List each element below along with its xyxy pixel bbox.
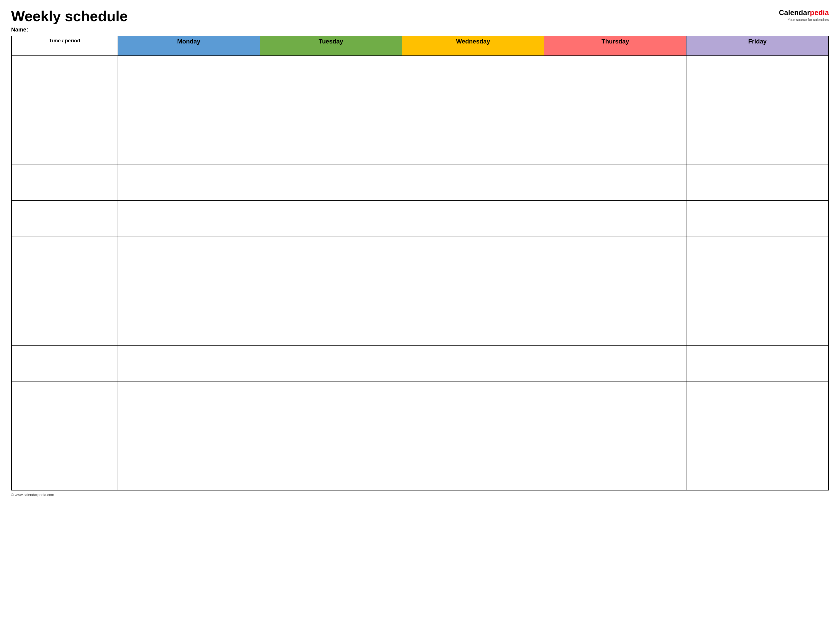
table-row	[11, 92, 829, 128]
day-cell[interactable]	[687, 418, 829, 454]
day-cell[interactable]	[402, 92, 544, 128]
day-cell[interactable]	[402, 164, 544, 200]
day-cell[interactable]	[402, 345, 544, 382]
day-cell[interactable]	[687, 273, 829, 309]
day-cell[interactable]	[402, 454, 544, 490]
day-cell[interactable]	[260, 92, 402, 128]
day-cell[interactable]	[544, 382, 687, 418]
day-cell[interactable]	[260, 418, 402, 454]
day-cell[interactable]	[687, 92, 829, 128]
day-cell[interactable]	[118, 309, 260, 345]
footer: © www.calendarpedia.com	[11, 493, 829, 497]
day-cell[interactable]	[687, 200, 829, 237]
day-cell[interactable]	[260, 273, 402, 309]
time-cell[interactable]	[11, 273, 118, 309]
day-cell[interactable]	[118, 200, 260, 237]
table-row	[11, 55, 829, 92]
day-cell[interactable]	[402, 200, 544, 237]
name-label: Name:	[11, 27, 128, 33]
day-cell[interactable]	[402, 55, 544, 92]
day-cell[interactable]	[687, 382, 829, 418]
table-row	[11, 382, 829, 418]
time-cell[interactable]	[11, 345, 118, 382]
schedule-table: Time / period Monday Tuesday Wednesday T…	[11, 36, 829, 490]
page-title: Weekly schedule	[11, 8, 128, 24]
day-cell[interactable]	[687, 309, 829, 345]
day-cell[interactable]	[260, 382, 402, 418]
time-cell[interactable]	[11, 164, 118, 200]
day-cell[interactable]	[260, 345, 402, 382]
day-cell[interactable]	[544, 92, 687, 128]
logo-area: Calendarpedia Your source for calendars	[779, 8, 829, 22]
day-cell[interactable]	[544, 309, 687, 345]
day-cell[interactable]	[402, 237, 544, 273]
table-row	[11, 309, 829, 345]
col-header-monday: Monday	[118, 36, 260, 55]
table-row	[11, 418, 829, 454]
time-cell[interactable]	[11, 55, 118, 92]
schedule-body	[11, 55, 829, 490]
time-cell[interactable]	[11, 454, 118, 490]
day-cell[interactable]	[260, 454, 402, 490]
day-cell[interactable]	[118, 454, 260, 490]
logo-calendar: Calendar	[779, 8, 810, 17]
table-row	[11, 273, 829, 309]
day-cell[interactable]	[402, 382, 544, 418]
day-cell[interactable]	[544, 164, 687, 200]
day-cell[interactable]	[118, 164, 260, 200]
time-cell[interactable]	[11, 309, 118, 345]
day-cell[interactable]	[260, 164, 402, 200]
day-cell[interactable]	[687, 55, 829, 92]
day-cell[interactable]	[544, 55, 687, 92]
day-cell[interactable]	[544, 237, 687, 273]
day-cell[interactable]	[118, 273, 260, 309]
day-cell[interactable]	[118, 128, 260, 164]
time-cell[interactable]	[11, 128, 118, 164]
table-row	[11, 345, 829, 382]
day-cell[interactable]	[402, 273, 544, 309]
day-cell[interactable]	[118, 345, 260, 382]
day-cell[interactable]	[260, 309, 402, 345]
time-cell[interactable]	[11, 92, 118, 128]
footer-url: © www.calendarpedia.com	[11, 493, 54, 497]
day-cell[interactable]	[260, 237, 402, 273]
col-header-friday: Friday	[687, 36, 829, 55]
day-cell[interactable]	[544, 200, 687, 237]
day-cell[interactable]	[402, 418, 544, 454]
col-header-wednesday: Wednesday	[402, 36, 544, 55]
day-cell[interactable]	[687, 454, 829, 490]
day-cell[interactable]	[687, 164, 829, 200]
day-cell[interactable]	[402, 128, 544, 164]
day-cell[interactable]	[544, 128, 687, 164]
day-cell[interactable]	[260, 128, 402, 164]
day-cell[interactable]	[118, 418, 260, 454]
day-cell[interactable]	[544, 454, 687, 490]
time-cell[interactable]	[11, 382, 118, 418]
day-cell[interactable]	[402, 309, 544, 345]
table-row	[11, 237, 829, 273]
table-row	[11, 200, 829, 237]
time-cell[interactable]	[11, 237, 118, 273]
time-cell[interactable]	[11, 418, 118, 454]
logo-tagline: Your source for calendars	[788, 17, 829, 22]
day-cell[interactable]	[687, 128, 829, 164]
day-cell[interactable]	[544, 273, 687, 309]
day-cell[interactable]	[260, 200, 402, 237]
page-header: Weekly schedule Name: Calendarpedia Your…	[11, 8, 829, 33]
table-row	[11, 164, 829, 200]
time-cell[interactable]	[11, 200, 118, 237]
day-cell[interactable]	[260, 55, 402, 92]
col-header-time: Time / period	[11, 36, 118, 55]
title-area: Weekly schedule Name:	[11, 8, 128, 33]
day-cell[interactable]	[544, 418, 687, 454]
day-cell[interactable]	[544, 345, 687, 382]
day-cell[interactable]	[687, 237, 829, 273]
day-cell[interactable]	[118, 55, 260, 92]
day-cell[interactable]	[118, 92, 260, 128]
header-row: Time / period Monday Tuesday Wednesday T…	[11, 36, 829, 55]
table-row	[11, 454, 829, 490]
day-cell[interactable]	[118, 237, 260, 273]
day-cell[interactable]	[687, 345, 829, 382]
day-cell[interactable]	[118, 382, 260, 418]
col-header-tuesday: Tuesday	[260, 36, 402, 55]
